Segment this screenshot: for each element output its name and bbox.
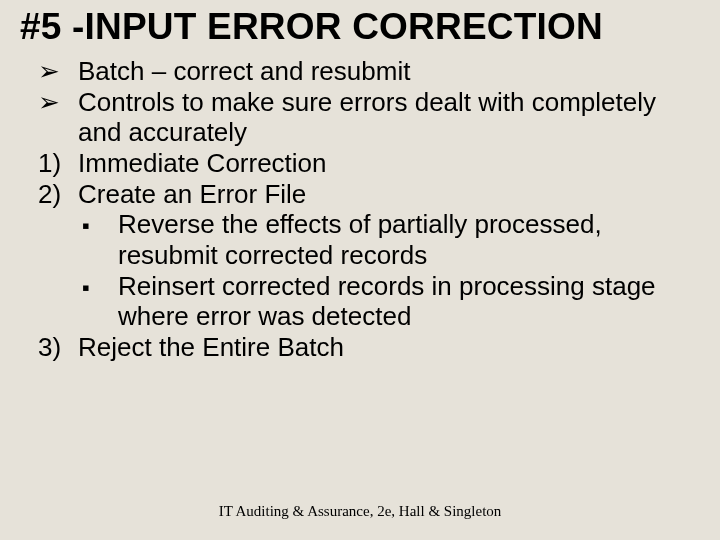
bullet-text: Controls to make sure errors dealt with … (78, 87, 700, 148)
arrow-icon: ➢ (38, 56, 78, 87)
list-item: 2) Create an Error File (38, 179, 700, 210)
bullet-text: Reverse the effects of partially process… (118, 209, 700, 270)
slide: #5 -INPUT ERROR CORRECTION ➢ Batch – cor… (0, 0, 720, 540)
list-item: ▪ Reinsert corrected records in processi… (82, 271, 700, 332)
number-marker: 3) (38, 332, 78, 363)
bullet-text: Reject the Entire Batch (78, 332, 700, 363)
bullet-text: Create an Error File (78, 179, 700, 210)
square-icon: ▪ (82, 213, 118, 239)
slide-title: #5 -INPUT ERROR CORRECTION (20, 6, 700, 48)
list-item: ▪ Reverse the effects of partially proce… (82, 209, 700, 270)
square-icon: ▪ (82, 275, 118, 301)
bullet-list: ➢ Batch – correct and resubmit ➢ Control… (38, 56, 700, 363)
list-item: 3) Reject the Entire Batch (38, 332, 700, 363)
slide-body: ➢ Batch – correct and resubmit ➢ Control… (20, 56, 700, 363)
footer-text: IT Auditing & Assurance, 2e, Hall & Sing… (0, 503, 720, 520)
number-marker: 2) (38, 179, 78, 210)
arrow-icon: ➢ (38, 87, 78, 118)
list-item: ➢ Batch – correct and resubmit (38, 56, 700, 87)
bullet-text: Immediate Correction (78, 148, 700, 179)
number-marker: 1) (38, 148, 78, 179)
sub-bullet-list: ▪ Reverse the effects of partially proce… (38, 209, 700, 332)
sublist-container: ▪ Reverse the effects of partially proce… (38, 209, 700, 332)
list-item: 1) Immediate Correction (38, 148, 700, 179)
bullet-text: Batch – correct and resubmit (78, 56, 700, 87)
list-item: ➢ Controls to make sure errors dealt wit… (38, 87, 700, 148)
bullet-text: Reinsert corrected records in processing… (118, 271, 700, 332)
